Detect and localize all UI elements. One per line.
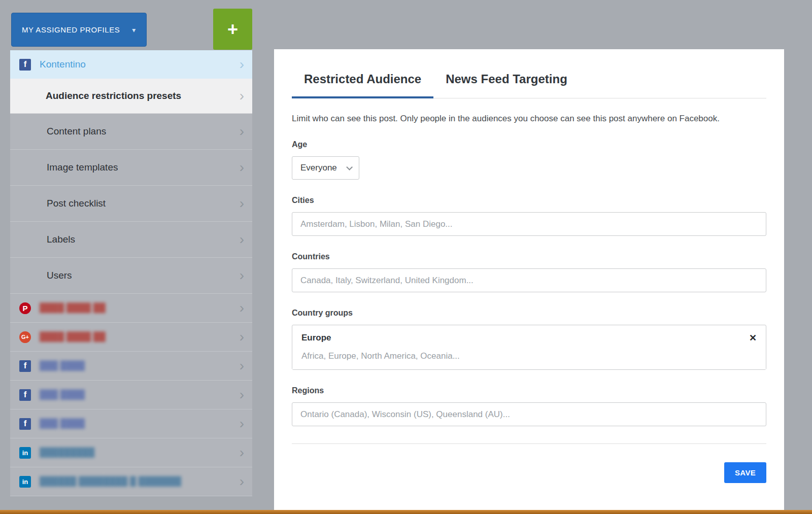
- regions-input[interactable]: [292, 402, 766, 426]
- profile-name-redacted: ███ ████: [40, 390, 85, 400]
- tab-bar: Restricted Audience News Feed Targeting: [292, 49, 766, 98]
- sidebar-item-content-plans[interactable]: Content plans ›: [10, 114, 252, 150]
- facebook-icon: f: [19, 418, 31, 430]
- form-divider: [292, 443, 766, 444]
- chevron-down-icon: [346, 164, 353, 170]
- chevron-right-icon: ›: [240, 359, 244, 373]
- menu-item-label: Content plans: [47, 126, 106, 137]
- chevron-right-icon: ›: [240, 446, 244, 460]
- age-select-value: Everyone: [300, 163, 337, 173]
- countries-label: Countries: [292, 252, 766, 261]
- sidebar-profile-linkedin-2[interactable]: in ██████ ████████ █ ███████ ›: [10, 467, 252, 496]
- facebook-icon: f: [19, 59, 31, 71]
- plus-icon: +: [227, 19, 238, 40]
- sidebar-item-kontentino-profile[interactable]: f Kontentino ›: [10, 50, 252, 79]
- form-actions: SAVE: [292, 462, 766, 483]
- cities-label: Cities: [292, 196, 766, 205]
- menu-item-label: Image templates: [47, 162, 118, 173]
- country-group-selected-value: Europe: [301, 333, 331, 343]
- facebook-icon: f: [19, 360, 31, 372]
- menu-item-label: Post checklist: [47, 198, 106, 209]
- sidebar: f Kontentino › Audience restrictions pre…: [10, 50, 252, 496]
- tab-restricted-audience[interactable]: Restricted Audience: [292, 72, 433, 98]
- menu-item-label: Audience restrictions presets: [46, 90, 181, 101]
- profile-name-redacted: ████ ████ ██: [40, 332, 106, 342]
- linkedin-icon: in: [19, 476, 31, 488]
- chevron-right-icon: ›: [240, 196, 244, 211]
- menu-item-label: Labels: [47, 234, 75, 245]
- sidebar-profile-facebook-3[interactable]: f ███ ████ ›: [10, 409, 252, 438]
- sidebar-item-post-checklist[interactable]: Post checklist ›: [10, 186, 252, 222]
- caret-down-icon: ▾: [132, 26, 136, 34]
- chevron-right-icon: ›: [240, 232, 244, 247]
- country-groups-input[interactable]: [292, 348, 766, 369]
- profile-name-redacted: ██████ ████████ █ ███████: [40, 476, 181, 487]
- facebook-icon: f: [19, 389, 31, 401]
- remove-country-group-icon[interactable]: ✕: [749, 333, 757, 342]
- country-group-selected-tag: Europe ✕: [292, 325, 766, 348]
- countries-input[interactable]: [292, 268, 766, 292]
- sidebar-item-image-templates[interactable]: Image templates ›: [10, 150, 252, 186]
- sidebar-item-labels[interactable]: Labels ›: [10, 222, 252, 258]
- chevron-right-icon: ›: [240, 474, 244, 489]
- sidebar-item-audience-restrictions-presets[interactable]: Audience restrictions presets ›: [10, 79, 252, 114]
- country-groups-widget: Europe ✕: [292, 325, 766, 370]
- cities-input[interactable]: [292, 212, 766, 236]
- chevron-right-icon: ›: [240, 268, 244, 283]
- age-select[interactable]: Everyone: [292, 156, 359, 180]
- menu-item-label: Users: [47, 270, 72, 281]
- restriction-description: Limit who can see this post. Only people…: [292, 114, 766, 124]
- sidebar-profile-facebook-2[interactable]: f ███ ████ ›: [10, 381, 252, 409]
- assigned-profiles-label: MY ASSIGNED PROFILES: [22, 25, 120, 34]
- sidebar-profile-google-plus[interactable]: G+ ████ ████ ██ ›: [10, 323, 252, 352]
- profile-name: Kontentino: [40, 59, 86, 70]
- tab-news-feed-targeting[interactable]: News Feed Targeting: [433, 72, 580, 98]
- regions-label: Regions: [292, 386, 766, 395]
- age-label: Age: [292, 140, 766, 149]
- chevron-right-icon: ›: [240, 89, 244, 103]
- chevron-right-icon: ›: [240, 124, 244, 139]
- audience-restrictions-panel: Restricted Audience News Feed Targeting …: [274, 49, 784, 510]
- assigned-profiles-dropdown[interactable]: MY ASSIGNED PROFILES ▾: [11, 13, 147, 47]
- pinterest-icon: P: [19, 302, 31, 314]
- chevron-right-icon: ›: [240, 417, 244, 431]
- add-profile-button[interactable]: +: [213, 9, 252, 50]
- save-button[interactable]: SAVE: [724, 462, 766, 483]
- bottom-edge-strip: [0, 510, 812, 514]
- google-plus-icon: G+: [19, 331, 31, 343]
- sidebar-profile-facebook-1[interactable]: f ███ ████ ›: [10, 352, 252, 381]
- chevron-right-icon: ›: [240, 330, 244, 344]
- profile-name-redacted: ████ ████ ██: [40, 303, 106, 313]
- sidebar-profile-pinterest[interactable]: P ████ ████ ██ ›: [10, 294, 252, 323]
- sidebar-profile-linkedin-1[interactable]: in █████████ ›: [10, 438, 252, 467]
- chevron-right-icon: ›: [240, 301, 244, 315]
- country-groups-label: Country groups: [292, 309, 766, 318]
- sidebar-item-users[interactable]: Users ›: [10, 258, 252, 294]
- profile-name-redacted: █████████: [40, 448, 94, 458]
- chevron-right-icon: ›: [240, 57, 244, 72]
- profile-name-redacted: ███ ████: [40, 361, 85, 371]
- linkedin-icon: in: [19, 447, 31, 459]
- chevron-right-icon: ›: [240, 160, 244, 175]
- chevron-right-icon: ›: [240, 388, 244, 402]
- profile-name-redacted: ███ ████: [40, 419, 85, 429]
